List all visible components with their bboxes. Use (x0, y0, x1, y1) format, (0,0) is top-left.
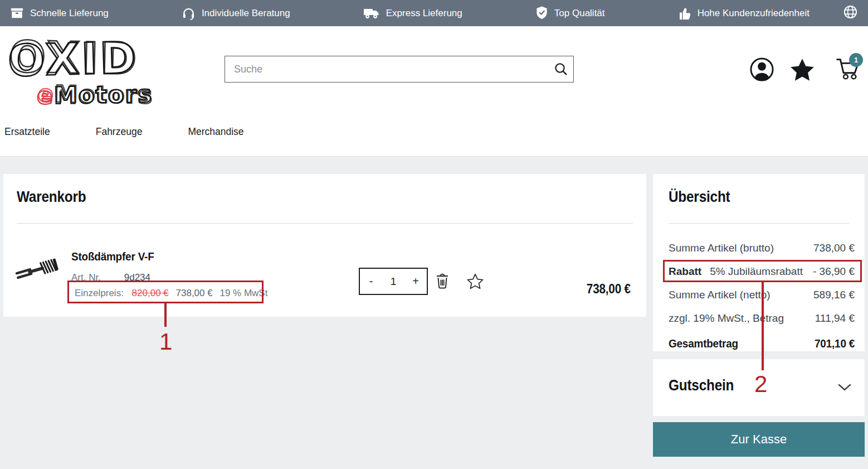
usp-label: Top Qualität (554, 8, 605, 19)
article-number-label: Art. Nr. (71, 272, 121, 283)
quantity-decrease-button[interactable]: - (360, 269, 382, 294)
discount-value: - 36,90 € (813, 265, 855, 278)
summary-row-netto: Summe Artikel (netto) 589,16 € (669, 283, 855, 307)
usp-list: Schnelle Lieferung Individuelle Beratung… (10, 6, 810, 21)
line-total: 738,00 € (587, 282, 631, 297)
usp-item: Top Qualität (535, 6, 605, 21)
search-input[interactable] (225, 64, 549, 75)
new-price: 738,00 € (176, 288, 213, 298)
search-icon[interactable] (549, 56, 573, 82)
nav-item-merchandise[interactable]: Merchandise (188, 126, 243, 138)
quantity-increase-button[interactable]: + (404, 269, 427, 294)
discount-label: Rabatt (669, 265, 701, 278)
svg-text:OXID: OXID (8, 32, 139, 84)
cart-title: Warenkorb (17, 188, 86, 206)
summary-value: 738,00 € (813, 242, 855, 254)
summary-title: Übersicht (669, 188, 730, 206)
main-nav: Ersatzteile Fahrzeuge Merchandise (4, 126, 244, 138)
divider (17, 223, 633, 224)
usp-label: Individuelle Beratung (202, 8, 290, 19)
chevron-down-icon[interactable] (838, 384, 851, 393)
article-number-value: 9d234 (124, 272, 150, 283)
remove-item-icon[interactable] (435, 272, 450, 292)
summary-value: 589,16 € (813, 289, 855, 301)
headset-icon (182, 6, 196, 20)
discount-name: 5% Jubiläumsrabatt (710, 265, 803, 278)
account-icon[interactable] (749, 56, 775, 85)
topbar: Schnelle Lieferung Individuelle Beratung… (0, 0, 868, 26)
summary-row-vat: zzgl. 19% MwSt., Betrag 111,94 € (669, 307, 855, 330)
usp-item: Express Lieferung (363, 6, 462, 21)
summary-label: Summe Artikel (netto) (669, 289, 771, 301)
quantity-input[interactable] (382, 275, 404, 288)
product-thumbnail[interactable] (10, 244, 62, 283)
usp-item: Individuelle Beratung (182, 6, 290, 21)
cart-panel: Warenkorb Stoßdämpfer V-F Art. Nr. 9d234… (3, 174, 646, 317)
usp-label: Express Lieferung (386, 8, 462, 19)
total-value: 701,10 € (815, 337, 855, 350)
summary-row-brutto: Summe Artikel (brutto) 738,00 € (669, 236, 855, 260)
unit-price-row: Einzelpreis: 820,00 € 738,00 € 19 % MwSt (75, 288, 267, 299)
product-title[interactable]: Stoßdämpfer V-F (71, 250, 154, 263)
annotation-number-1: 1 (159, 330, 172, 354)
article-number-row: Art. Nr. 9d234 (71, 272, 150, 283)
usp-item: Hohe Kundenzufriedenheit (678, 6, 810, 21)
thumbs-up-icon (678, 6, 691, 21)
usp-label: Hohe Kundenzufriedenheit (698, 8, 810, 19)
summary-row-total: Gesamtbetrag 701,10 € (669, 330, 855, 357)
usp-label: Schnelle Lieferung (30, 8, 109, 19)
quantity-stepper: - + (359, 268, 428, 295)
summary-value: 111,94 € (815, 312, 855, 325)
old-price: 820,00 € (132, 288, 169, 298)
voucher-title: Gutschein (669, 377, 734, 394)
unit-price-label: Einzelpreis: (75, 288, 124, 298)
svg-text:eMotors: eMotors (37, 80, 154, 109)
header: OXID OXID eMotors eMotors (0, 26, 868, 157)
nav-item-ersatzteile[interactable]: Ersatzteile (4, 126, 50, 138)
cart-badge: 1 (849, 53, 863, 67)
globe-icon[interactable] (843, 4, 858, 22)
favorites-icon[interactable] (790, 58, 815, 84)
summary-label: zzgl. 19% MwSt., Betrag (669, 312, 784, 325)
total-label: Gesamtbetrag (669, 337, 738, 350)
shield-check-icon (535, 6, 548, 21)
add-to-favorites-icon[interactable] (467, 273, 484, 291)
vat-note: 19 % MwSt (220, 288, 267, 298)
summary-panel: Übersicht Summe Artikel (brutto) 738,00 … (653, 174, 865, 351)
divider (669, 223, 849, 224)
usp-item: Schnelle Lieferung (10, 6, 109, 21)
package-icon (10, 6, 24, 20)
summary-row-discount: Rabatt 5% Jubiläumsrabatt - 36,90 € (669, 260, 855, 283)
nav-item-fahrzeuge[interactable]: Fahrzeuge (96, 126, 143, 138)
summary-label: Summe Artikel (brutto) (669, 242, 774, 254)
search-box (225, 56, 574, 83)
truck-icon (363, 7, 380, 20)
shop-logo[interactable]: OXID OXID eMotors eMotors (6, 32, 156, 115)
voucher-panel[interactable]: Gutschein (653, 359, 865, 416)
checkout-button[interactable]: Zur Kasse (653, 422, 865, 457)
